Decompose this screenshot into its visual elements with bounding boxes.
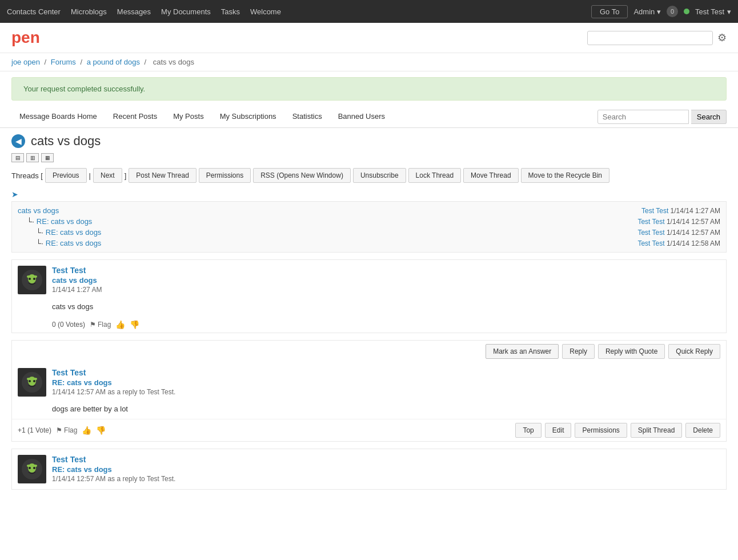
reply-with-quote-button[interactable]: Reply with Quote (598, 344, 665, 359)
post-1-flag-button[interactable]: ⚑ Flag (90, 321, 111, 329)
tree-author-3[interactable]: Test Test (637, 239, 664, 247)
post-1-avatar (18, 266, 46, 294)
post-2-date: 1/14/14 12:57 AM as a reply to Test Test… (52, 388, 720, 396)
tab-my-posts[interactable]: My Posts (165, 106, 211, 127)
rss-button[interactable]: RSS (Opens New Window) (253, 168, 351, 183)
tab-statistics[interactable]: Statistics (284, 106, 330, 127)
tree-row-0: cats vs dogs Test Test 1/14/14 1:27 AM (18, 205, 720, 216)
view-icon-grid[interactable]: ▦ (41, 153, 54, 162)
nav-contacts-center[interactable]: Contacts Center (7, 7, 61, 16)
tree-date-0: 1/14/14 1:27 AM (671, 207, 720, 215)
notification-badge[interactable]: 0 (667, 6, 678, 17)
tab-banned-users[interactable]: Banned Users (330, 106, 393, 127)
post-2-thumbdown[interactable]: 👎 (96, 426, 106, 435)
breadcrumb-cats-vs-dogs: cats vs dogs (153, 58, 194, 66)
post-3-header: Test Test RE: cats vs dogs 1/14/14 12:57… (12, 449, 726, 489)
post-1-thumbdown[interactable]: 👎 (130, 320, 139, 329)
move-thread-button[interactable]: Move Thread (463, 168, 518, 183)
go-to-button[interactable]: Go To (591, 5, 628, 18)
previous-button[interactable]: Previous (45, 168, 87, 183)
user-menu-button[interactable]: Test Test ▾ (695, 7, 731, 16)
nav-my-documents[interactable]: My Documents (161, 7, 211, 16)
lock-thread-button[interactable]: Lock Thread (408, 168, 462, 183)
breadcrumb-sep-1: / (45, 58, 49, 66)
post-3-avatar (18, 455, 46, 483)
post-1-thumbup[interactable]: 👍 (115, 320, 125, 329)
breadcrumb-forums[interactable]: Forums (51, 58, 76, 66)
flag-icon-2: ⚑ (56, 426, 62, 434)
post-3: Test Test RE: cats vs dogs 1/14/14 12:57… (11, 449, 727, 490)
top-button[interactable]: Top (515, 423, 541, 438)
svg-point-9 (34, 378, 37, 380)
tree-link-1[interactable]: RE: cats vs dogs (37, 217, 93, 226)
back-button[interactable]: ◀ (11, 134, 25, 148)
settings-icon[interactable]: ⚙ (717, 31, 727, 44)
post-2-votes: +1 (1 Vote) (18, 426, 51, 434)
post-2-avatar (18, 368, 46, 397)
next-button[interactable]: Next (93, 168, 122, 183)
tab-recent-posts[interactable]: Recent Posts (105, 106, 165, 127)
view-icon-list[interactable]: ▤ (11, 153, 24, 162)
post-permissions-button[interactable]: Permissions (575, 423, 627, 438)
post-2-bottom-right: Top Edit Permissions Split Thread Delete (515, 423, 720, 438)
post-3-subject[interactable]: RE: cats vs dogs (52, 465, 720, 474)
nav-microblogs[interactable]: Microblogs (71, 7, 107, 16)
post-2-author[interactable]: Test Test (52, 368, 86, 377)
post-3-author[interactable]: Test Test (52, 455, 86, 464)
post-2-meta: Test Test RE: cats vs dogs 1/14/14 12:57… (52, 368, 720, 396)
permissions-button[interactable]: Permissions (199, 168, 251, 183)
edit-button[interactable]: Edit (545, 423, 572, 438)
tree-link-2[interactable]: RE: cats vs dogs (46, 228, 102, 237)
tab-my-subscriptions[interactable]: My Subscriptions (212, 106, 284, 127)
nav-right: Go To Admin ▾ 0 Test Test ▾ (591, 5, 731, 18)
breadcrumb-pound-of-dogs[interactable]: a pound of dogs (87, 58, 140, 66)
nav-messages[interactable]: Messages (117, 7, 151, 16)
breadcrumb-joe-open[interactable]: joe open (11, 58, 40, 66)
tree-author-1[interactable]: Test Test (637, 218, 664, 226)
tree-link-0[interactable]: cats vs dogs (18, 206, 59, 215)
post-1-votes: 0 (0 Votes) (52, 321, 85, 329)
post-1-meta: Test Test cats vs dogs 1/14/14 1:27 AM (52, 266, 720, 294)
post-2-subject[interactable]: RE: cats vs dogs (52, 378, 720, 387)
quick-reply-button[interactable]: Quick Reply (668, 344, 720, 359)
post-2-reply-buttons: Mark as an Answer Reply Reply with Quote… (12, 341, 726, 362)
thread-nav-arrow: ➤ (11, 190, 727, 201)
thread-tree: cats vs dogs Test Test 1/14/14 1:27 AM └… (11, 201, 727, 253)
svg-point-11 (33, 380, 35, 382)
nav-welcome[interactable]: Welcome (250, 7, 281, 16)
post-2: Mark as an Answer Reply Reply with Quote… (11, 340, 727, 442)
move-to-recycle-bin-button[interactable]: Move to the Recycle Bin (521, 168, 609, 183)
tabs-search-input[interactable] (597, 110, 689, 124)
post-1-subject[interactable]: cats vs dogs (52, 276, 720, 285)
mark-as-answer-button[interactable]: Mark as an Answer (486, 344, 559, 359)
post-1-actions: 0 (0 Votes) ⚑ Flag 👍 👎 (12, 317, 726, 333)
flag-icon-1: ⚑ (90, 321, 96, 329)
tab-message-boards-home[interactable]: Message Boards Home (11, 106, 105, 127)
view-icon-split[interactable]: ▥ (26, 153, 39, 162)
view-icons: ▤ ▥ ▦ (11, 153, 727, 162)
unsubscribe-button[interactable]: Unsubscribe (353, 168, 406, 183)
success-message: Your request completed successfully. (11, 77, 727, 101)
split-thread-button[interactable]: Split Thread (631, 423, 682, 438)
reply-button[interactable]: Reply (562, 344, 595, 359)
post-2-flag-button[interactable]: ⚑ Flag (56, 426, 77, 434)
tabs-search-button[interactable]: Search (691, 110, 727, 124)
close-bracket: ] (125, 171, 127, 180)
delete-button[interactable]: Delete (685, 423, 720, 438)
tree-author-2[interactable]: Test Test (637, 229, 664, 237)
header-right: ⚙ (587, 31, 727, 45)
post-2-thumbup[interactable]: 👍 (82, 426, 91, 435)
post-new-thread-button[interactable]: Post New Thread (129, 168, 196, 183)
tree-row-3: └· RE: cats vs dogs Test Test 1/14/14 12… (36, 238, 720, 249)
post-1-author[interactable]: Test Test (52, 266, 86, 275)
header-search-input[interactable] (587, 31, 713, 45)
tabs-search: Search (597, 110, 727, 124)
nav-tasks[interactable]: Tasks (221, 7, 240, 16)
post-2-body: dogs are better by a lot (12, 402, 726, 419)
tree-author-0[interactable]: Test Test (641, 207, 668, 215)
tree-date-3: 1/14/14 12:58 AM (667, 239, 720, 247)
svg-point-2 (27, 275, 30, 278)
admin-button[interactable]: Admin ▾ (633, 7, 660, 16)
tree-link-3[interactable]: RE: cats vs dogs (46, 239, 102, 247)
site-logo: pen (11, 29, 40, 47)
